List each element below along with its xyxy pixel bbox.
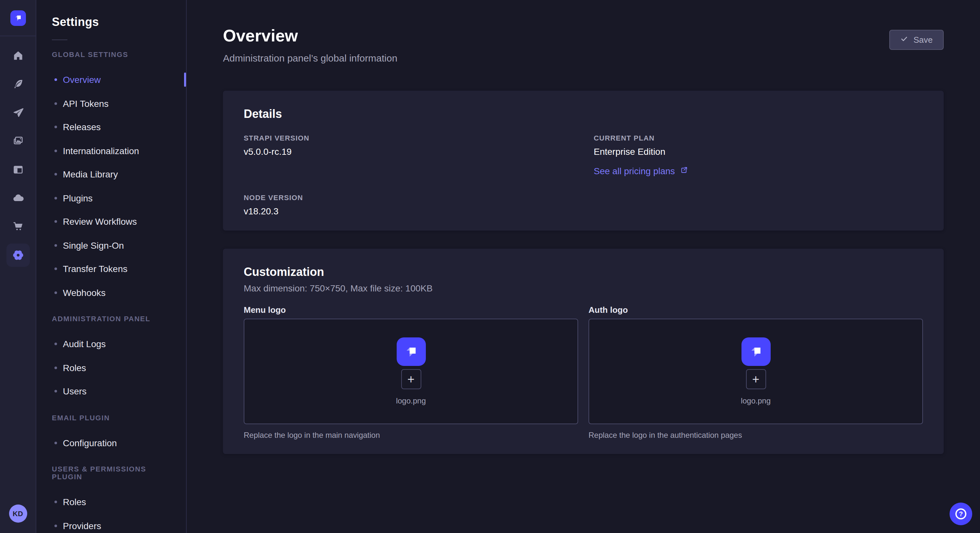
- bullet-icon: [54, 366, 57, 369]
- add-logo-button[interactable]: +: [746, 369, 766, 389]
- subnav-divider: [52, 40, 67, 40]
- strapi-version-field: STRAPI VERSION v5.0.0-rc.19: [244, 134, 573, 177]
- field-label: STRAPI VERSION: [244, 134, 573, 142]
- cart-icon[interactable]: [6, 215, 30, 238]
- plus-icon: +: [752, 373, 759, 385]
- field-value: Enterprise Edition: [594, 146, 923, 157]
- subnav-item-admin-roles[interactable]: Roles: [36, 356, 186, 379]
- menu-logo-field: Menu logo + logo.png Replace the logo in…: [244, 305, 578, 440]
- field-value: v5.0.0-rc.19: [244, 146, 573, 157]
- field-value: v18.20.3: [244, 206, 573, 216]
- section-label-email-plugin: EMAIL PLUGIN: [52, 414, 170, 421]
- subnav-item-releases[interactable]: Releases: [36, 115, 186, 139]
- nav-icon-list: [6, 41, 30, 504]
- subnav-item-up-roles[interactable]: Roles: [36, 490, 186, 514]
- upload-label: Auth logo: [589, 305, 923, 315]
- strapi-logo-icon: [741, 338, 770, 366]
- help-button[interactable]: ?: [950, 503, 972, 525]
- bullet-icon: [54, 126, 57, 128]
- bullet-icon: [54, 268, 57, 270]
- logo-filename: logo.png: [741, 397, 771, 405]
- plus-icon: +: [407, 373, 415, 385]
- subnav-title: Settings: [52, 16, 170, 29]
- save-button[interactable]: Save: [889, 30, 944, 50]
- customization-card-title: Customization: [244, 265, 923, 279]
- auth-logo-dropzone[interactable]: + logo.png: [589, 319, 923, 424]
- details-card: Details STRAPI VERSION v5.0.0-rc.19 CURR…: [223, 90, 944, 230]
- subnav-item-webhooks[interactable]: Webhooks: [36, 281, 186, 305]
- bullet-icon: [54, 244, 57, 247]
- subnav-item-audit-logs[interactable]: Audit Logs: [36, 332, 186, 356]
- auth-logo-field: Auth logo + logo.png Replace the logo in…: [589, 305, 923, 440]
- node-version-field: NODE VERSION v18.20.3: [244, 194, 573, 216]
- gear-icon[interactable]: [6, 244, 30, 267]
- section-label-global-settings: GLOBAL SETTINGS: [52, 51, 170, 58]
- feather-icon[interactable]: [6, 73, 30, 96]
- external-link-icon: [680, 166, 689, 176]
- main-content: Overview Administration panel’s global i…: [187, 0, 980, 454]
- bullet-icon: [54, 501, 57, 503]
- subnav-item-internationalization[interactable]: Internationalization: [36, 139, 186, 163]
- bullet-icon: [54, 390, 57, 393]
- upload-label: Menu logo: [244, 305, 578, 315]
- field-label: NODE VERSION: [244, 194, 573, 201]
- field-label: CURRENT PLAN: [594, 134, 923, 142]
- pictures-icon[interactable]: [6, 130, 30, 153]
- subnav-item-api-tokens[interactable]: API Tokens: [36, 92, 186, 115]
- bullet-icon: [54, 197, 57, 200]
- page-subtitle: Administration panel’s global informatio…: [223, 52, 397, 63]
- bullet-icon: [54, 220, 57, 223]
- pricing-plans-link[interactable]: See all pricing plans: [594, 166, 689, 176]
- subnav-item-overview[interactable]: Overview: [36, 68, 186, 92]
- check-icon: [900, 35, 908, 45]
- help-icon: ?: [955, 508, 966, 519]
- bullet-icon: [54, 442, 57, 444]
- customization-constraints: Max dimension: 750×750, Max file size: 1…: [244, 283, 923, 293]
- customization-card: Customization Max dimension: 750×750, Ma…: [223, 249, 944, 454]
- subnav-item-admin-users[interactable]: Users: [36, 379, 186, 403]
- section-label-administration-panel: ADMINISTRATION PANEL: [52, 315, 170, 322]
- current-plan-field: CURRENT PLAN Enterprise Edition See all …: [594, 134, 923, 177]
- bullet-icon: [54, 150, 57, 152]
- menu-logo-dropzone[interactable]: + logo.png: [244, 319, 578, 424]
- user-avatar[interactable]: KD: [9, 504, 27, 523]
- layout-icon[interactable]: [6, 158, 30, 181]
- home-icon[interactable]: [6, 44, 30, 67]
- bullet-icon: [54, 102, 57, 105]
- page-title: Overview: [223, 26, 397, 46]
- subnav-item-plugins[interactable]: Plugins: [36, 186, 186, 210]
- paper-plane-icon[interactable]: [6, 101, 30, 124]
- subnav-item-review-workflows[interactable]: Review Workflows: [36, 210, 186, 233]
- strapi-logo-icon: [10, 10, 25, 25]
- bullet-icon: [54, 343, 57, 346]
- bullet-icon: [54, 173, 57, 176]
- settings-subnav: Settings GLOBAL SETTINGS Overview API To…: [36, 0, 187, 533]
- strapi-logo-icon: [396, 338, 425, 366]
- subnav-item-up-providers[interactable]: Providers: [36, 514, 186, 533]
- strapi-home-link[interactable]: [0, 0, 36, 36]
- subnav-item-email-configuration[interactable]: Configuration: [36, 431, 186, 455]
- logo-filename: logo.png: [396, 397, 426, 405]
- bullet-icon: [54, 525, 57, 527]
- cloud-icon[interactable]: [6, 187, 30, 210]
- add-logo-button[interactable]: +: [401, 369, 421, 389]
- upload-caption: Replace the logo in the main navigation: [244, 431, 578, 440]
- section-label-users-permissions-plugin: USERS & PERMISSIONS PLUGIN: [52, 465, 170, 481]
- subnav-item-transfer-tokens[interactable]: Transfer Tokens: [36, 257, 186, 281]
- subnav-item-single-sign-on[interactable]: Single Sign-On: [36, 233, 186, 257]
- upload-caption: Replace the logo in the authentication p…: [589, 431, 923, 440]
- app-window: KD Settings GLOBAL SETTINGS Overview API…: [0, 0, 980, 533]
- bullet-icon: [54, 79, 57, 81]
- subnav-item-media-library[interactable]: Media Library: [36, 163, 186, 186]
- main-nav: KD: [0, 0, 36, 533]
- bullet-icon: [54, 292, 57, 294]
- details-card-title: Details: [244, 108, 923, 121]
